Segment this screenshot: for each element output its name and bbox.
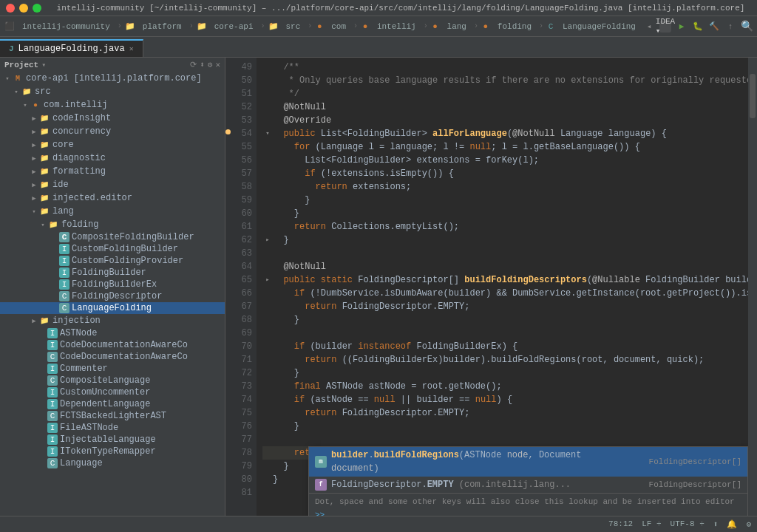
toolbar-intellij[interactable]: intellij bbox=[373, 21, 421, 33]
autocomplete-item-1[interactable]: m builder.buildFoldRegions(ASTNode node,… bbox=[309, 447, 747, 477]
encoding[interactable]: UTF-8 ÷ bbox=[671, 519, 705, 529]
scroll-thumb[interactable] bbox=[750, 74, 756, 118]
tree-src[interactable]: ▾ 📁 src bbox=[0, 85, 225, 98]
arrow-ide: ▶ bbox=[30, 181, 38, 189]
class-icon-compositelang: C bbox=[47, 375, 58, 386]
arrow-concurrency: ▶ bbox=[30, 128, 38, 136]
hint-link[interactable]: >> bbox=[315, 511, 325, 516]
interface-icon-foldingbuilderex: I bbox=[59, 279, 69, 290]
code-line-57: if (!extensions.isEmpty()) { bbox=[262, 167, 742, 180]
autocomplete-popup[interactable]: m builder.buildFoldRegions(ASTNode node,… bbox=[308, 446, 748, 516]
editor-tab-languagefolding[interactable]: J LanguageFolding.java ✕ bbox=[0, 39, 143, 57]
tree-fcts-backed[interactable]: C FCTSBackedLighterAST bbox=[0, 410, 225, 422]
java-file-icon: J bbox=[9, 44, 14, 53]
toolbar-platform[interactable]: platform bbox=[138, 21, 186, 33]
vcs-status-icon[interactable]: ⬆ bbox=[713, 519, 719, 529]
arrow-root: ▾ bbox=[3, 75, 12, 83]
debug-icon[interactable]: 🐛 bbox=[692, 21, 704, 33]
search-everywhere-icon[interactable]: 🔍 bbox=[741, 21, 753, 33]
tree-composite-language[interactable]: C CompositeLanguage bbox=[0, 375, 225, 386]
tree-injectable-language[interactable]: I InjectableLanguage bbox=[0, 434, 225, 446]
line-numbers: 49 50 51 52 53 54 55 56 57 58 59 60 61 6… bbox=[225, 58, 257, 516]
tree-folding-builder-ex[interactable]: I FoldingBuilderEx bbox=[0, 279, 225, 290]
tab-filename: LanguageFolding.java bbox=[18, 44, 125, 54]
tree-injection[interactable]: ▶ 📁 injection bbox=[0, 314, 225, 327]
tree-lang[interactable]: ▾ 📁 lang bbox=[0, 205, 225, 218]
interface-icon-commenter: I bbox=[47, 364, 58, 374]
code-line-75: return FoldingDescriptor.EMPTY; bbox=[262, 406, 742, 420]
autocomplete-item-2[interactable]: f FoldingDescriptor.EMPTY (com.intellij.… bbox=[309, 477, 747, 493]
toolbar-project[interactable]: intellij-community bbox=[18, 21, 115, 33]
tree-ide[interactable]: ▶ 📁 ide bbox=[0, 178, 225, 191]
tree-dependent-language[interactable]: I DependentLanguage bbox=[0, 398, 225, 410]
tree-core[interactable]: ▶ 📁 core bbox=[0, 138, 225, 151]
code-line-66: if (!DumbService.isDumbAware(builder) &&… bbox=[262, 287, 742, 300]
toolbar-core-api[interactable]: core-api bbox=[210, 21, 258, 33]
close-panel-icon[interactable]: ✕ bbox=[215, 60, 220, 69]
tree-custom-folding-builder[interactable]: I CustomFoldingBuilder bbox=[0, 243, 225, 255]
tree-folding-descriptor[interactable]: C FoldingDescriptor bbox=[0, 290, 225, 302]
project-icon: ⬛ bbox=[4, 21, 15, 33]
run-icon[interactable]: ▶ bbox=[676, 21, 688, 33]
folder-icon-platform: 📁 bbox=[125, 21, 135, 33]
idea-button[interactable]: IDEA ▾ bbox=[659, 21, 671, 33]
interface-icon-uncommenter: I bbox=[47, 387, 58, 398]
tree-root[interactable]: ▾ M core-api [intellij.platform.core] bbox=[0, 72, 225, 85]
tree-injected-editor[interactable]: ▶ 📁 injected.editor bbox=[0, 191, 225, 205]
tree-com-intellij[interactable]: ▾ ● com.intellij bbox=[0, 98, 225, 112]
arrow-folding: ▾ bbox=[38, 221, 47, 229]
tree-composite-folding-builder[interactable]: C CompositeFoldingBuilder bbox=[0, 231, 225, 243]
tree-concurrency[interactable]: ▶ 📁 concurrency bbox=[0, 125, 225, 138]
build-icon[interactable]: 🔨 bbox=[708, 21, 720, 33]
tree-formatting[interactable]: ▶ 📁 formatting bbox=[0, 165, 225, 178]
class-icon-languagefolding: C bbox=[59, 303, 69, 313]
code-line-69 bbox=[262, 327, 742, 340]
sync-icon[interactable]: ⟳ bbox=[190, 60, 197, 69]
tree-language[interactable]: C Language bbox=[0, 457, 225, 469]
minimize-button[interactable] bbox=[19, 4, 28, 13]
interface-icon-injectable: I bbox=[47, 434, 58, 445]
tree-folding-builder[interactable]: I FoldingBuilder bbox=[0, 267, 225, 279]
maximize-button[interactable] bbox=[33, 4, 41, 13]
tree-language-folding[interactable]: C LanguageFolding bbox=[0, 302, 225, 314]
toolbar-lang[interactable]: lang bbox=[443, 21, 471, 33]
editor-scrollbar[interactable] bbox=[748, 58, 757, 516]
close-button[interactable] bbox=[6, 4, 15, 13]
gear-icon[interactable]: ⚙ bbox=[208, 60, 213, 69]
tree-commenter[interactable]: I Commenter bbox=[0, 363, 225, 375]
toolbar-com[interactable]: com bbox=[327, 21, 350, 33]
tree-file-astnode[interactable]: I FileASTNode bbox=[0, 422, 225, 434]
tree-folding[interactable]: ▾ 📁 folding bbox=[0, 218, 225, 231]
tree-codeinsight[interactable]: ▶ 📁 codeInsight bbox=[0, 112, 225, 125]
method-icon-1: m bbox=[315, 456, 327, 468]
arrow-injected: ▶ bbox=[30, 194, 38, 202]
package-icon-folding: ● bbox=[481, 21, 490, 33]
tree-astnode[interactable]: I ASTNode bbox=[0, 327, 225, 339]
tree-custom-uncommenter[interactable]: I CustomUncommenter bbox=[0, 386, 225, 398]
run-back-icon[interactable]: ◂ bbox=[643, 21, 655, 33]
sidebar-header: Project ▾ ⟳ ⬍ ⚙ ✕ bbox=[0, 58, 225, 72]
arrow-diagnostic: ▶ bbox=[30, 154, 38, 163]
vcs-icon[interactable]: ↑ bbox=[724, 21, 736, 33]
cursor-position[interactable]: 78:12 bbox=[608, 519, 633, 529]
toolbar-folding[interactable]: folding bbox=[493, 21, 536, 33]
toolbar-languagefolding[interactable]: LanguageFolding bbox=[558, 21, 640, 33]
tab-close-button[interactable]: ✕ bbox=[129, 44, 134, 53]
status-bar: 78:12 LF ÷ UTF-8 ÷ ⬆ 🔔 ⚙ bbox=[0, 516, 757, 532]
toolbar-src[interactable]: src bbox=[282, 21, 305, 33]
class-icon-language: C bbox=[47, 458, 58, 468]
tree-codedoc1[interactable]: I CodeDocumentationAwareCo bbox=[0, 339, 225, 351]
tree-custom-folding-provider[interactable]: I CustomFoldingProvider bbox=[0, 255, 225, 267]
editor-content[interactable]: 49 50 51 52 53 54 55 56 57 58 59 60 61 6… bbox=[225, 58, 757, 516]
toolbar: ⬛ intellij-community › 📁 platform › 📁 co… bbox=[0, 16, 757, 37]
notifications-icon[interactable]: 🔔 bbox=[727, 519, 737, 529]
tree-codedoc2[interactable]: C CodeDocumentationAwareCo bbox=[0, 351, 225, 363]
tree-itoken-remapper[interactable]: I ITokenTypeRemapper bbox=[0, 446, 225, 457]
settings-status-icon[interactable]: ⚙ bbox=[746, 519, 751, 529]
class-icon-lf: C bbox=[546, 21, 555, 33]
expand-icon[interactable]: ⬍ bbox=[200, 60, 205, 69]
code-line-71: return ((FoldingBuilderEx)builder).build… bbox=[262, 353, 742, 366]
line-separator[interactable]: LF ÷ bbox=[642, 519, 661, 529]
code-content[interactable]: /** * Only queries base language results… bbox=[257, 58, 748, 516]
tree-diagnostic[interactable]: ▶ 📁 diagnostic bbox=[0, 151, 225, 165]
